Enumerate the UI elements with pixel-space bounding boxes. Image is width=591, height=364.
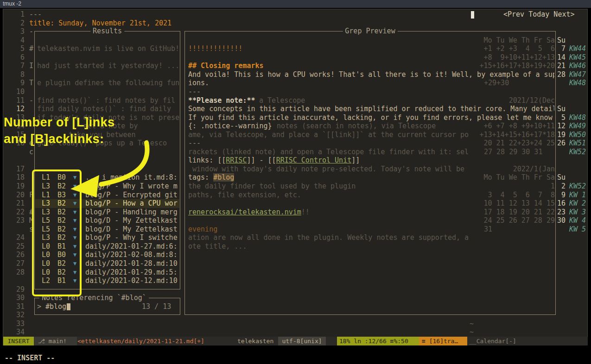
annotation-highlight-box (32, 169, 82, 296)
buffer-stray-char: T (29, 79, 33, 88)
cursor-position: 18% ln :12/66 ≡%:50 (337, 337, 419, 345)
grep-preview-window[interactable]: Grep Preview (184, 31, 556, 315)
gutter-line-number: 21 (10, 199, 25, 208)
calendar-week-number: KW46 (569, 62, 586, 70)
calendar-week-number: KW45 (569, 53, 586, 62)
tilde: ~ (461, 320, 484, 328)
calendar-week-number: KW52 (569, 148, 586, 157)
calendar-week-number: KW49 (569, 122, 586, 131)
search-input[interactable]: #blog (45, 302, 66, 311)
calendar-sunday[interactable]: 28 (557, 70, 566, 79)
gutter-line-number: 20 (10, 191, 25, 200)
calendar-week-number: KW50 (569, 131, 586, 139)
gutter-line-number: 8 (10, 70, 25, 79)
gutter-line-number: 31 (10, 302, 25, 311)
calendar-sunday[interactable]: 30 (557, 216, 566, 225)
match-counter: 13 / 13 (142, 302, 171, 311)
buffer-stray-char: I (29, 62, 33, 70)
gutter-line-number: 9 (10, 79, 25, 88)
gutter-line-number: 28 (10, 268, 25, 277)
gutter-line-number: 1 (10, 10, 25, 19)
calendar-week-number: KW48 (569, 113, 586, 122)
gutter-line-number: 27 (10, 259, 25, 268)
buffer-stray-char: # (29, 44, 33, 53)
gutter-line-number: 7 (10, 62, 25, 70)
file-encoding: utf-8[unix] (278, 337, 326, 345)
buffer-text: --- (29, 10, 42, 19)
buffer-indicator: ≡ [16]tra… (419, 337, 467, 345)
gutter-line-number: 30 (10, 294, 25, 302)
gutter-line-number: 3 (10, 27, 25, 36)
git-branch: ⎇ main! (34, 337, 77, 345)
gutter-line-number: 26 (10, 251, 25, 259)
calendar-sunday[interactable]: 26 (557, 139, 566, 148)
gutter-line-number: 25 (10, 242, 25, 251)
calendar-sunday[interactable]: 21 (557, 62, 566, 70)
calendar-sunday[interactable]: 2 (561, 182, 566, 191)
calendar-sunday[interactable]: 7 (561, 44, 566, 53)
calendar-sunday[interactable]: 12 (557, 122, 566, 131)
calendar-week-number: KW 2 (569, 199, 586, 208)
calendar-statusline: __Calendar[-] (469, 337, 516, 345)
calendar-week-number: KW 4 (569, 216, 586, 225)
calendar-sunday[interactable]: 5 (561, 113, 566, 122)
screenshot-root: { "colors": { "background": "#242320", "… (0, 0, 591, 364)
plugin-name: telekasten (237, 337, 273, 345)
buffer-stray-char: c (29, 148, 33, 157)
gutter-line-number: 34 (10, 328, 25, 337)
buffer-stray-char: - (29, 96, 33, 105)
gutter-line-number: 6 (10, 53, 25, 62)
calendar-sunday[interactable]: Su (557, 173, 566, 182)
calendar-sunday[interactable]: 9 (561, 191, 566, 200)
buffer-text: title: Sunday, November 21st, 2021 (29, 19, 172, 28)
gutter-line-number: 23 (10, 216, 25, 225)
tilde: ~ (461, 328, 484, 337)
mode-indicator: INSERT (3, 337, 34, 345)
calendar-week-number: KW44 (569, 44, 586, 53)
gutter-line-number: 11 (10, 96, 25, 105)
gutter-line-number: 5 (10, 44, 25, 53)
calendar-nav[interactable]: <Prev Today Next> (503, 10, 575, 19)
calendar-sunday[interactable]: Su (557, 36, 566, 45)
grep-preview-title: Grep Preview (343, 27, 397, 36)
buffer-text: - (29, 27, 33, 36)
gutter-line-number: 22 (10, 208, 25, 217)
annotation-text: Number of [L]inks and [B]acklinks: (4, 114, 115, 147)
calendar-week-number: KW48 (569, 79, 586, 88)
annotation-line2: and [B]acklinks: (4, 131, 115, 147)
gutter-line-number: 17 (10, 165, 25, 174)
calendar-sunday[interactable]: 19 (557, 131, 566, 139)
statusline: INSERT ⎇ main! <ettelkasten/daily/2021-1… (3, 337, 588, 345)
command-line-mode-text: -- INSERT -- (5, 354, 55, 363)
calendar-cursor-block (471, 11, 474, 19)
gutter-line-number: 24 (10, 233, 25, 242)
calendar-week-number: KW 3 (569, 208, 586, 217)
gutter-line-number: 10 (10, 88, 25, 96)
prompt-sign: > (37, 302, 41, 311)
calendar-week-number: KW 1 (569, 191, 586, 200)
calendar-sunday[interactable]: Su (557, 105, 566, 113)
calendar-week-number: KW 5 (569, 225, 586, 234)
gutter-line-number: 19 (10, 182, 25, 191)
gutter-line-number: 33 (10, 320, 25, 328)
gutter-line-number: 32 (10, 311, 25, 320)
gutter-line-number: 29 (10, 285, 25, 294)
text-cursor (67, 303, 70, 310)
gutter-line-number: 18 (10, 173, 25, 182)
gutter-line-number: 4 (10, 36, 25, 45)
results-window-title: Results (90, 27, 124, 36)
file-path: <ettelkasten/daily/2021-11-21.md[+] (77, 337, 204, 345)
calendar-sunday[interactable]: 16 (557, 199, 566, 208)
calendar-week-number: KW47 (569, 70, 586, 79)
calendar-week-number: KW51 (569, 139, 586, 148)
gutter-line-number: 12 (10, 105, 25, 113)
annotation-line1: Number of [L]inks (4, 114, 115, 131)
calendar-sunday[interactable]: 23 (557, 208, 566, 217)
calendar-sunday[interactable]: 14 (557, 53, 566, 62)
calendar-week-number: KW52 (569, 182, 586, 191)
gutter-line-number: 2 (10, 19, 25, 28)
